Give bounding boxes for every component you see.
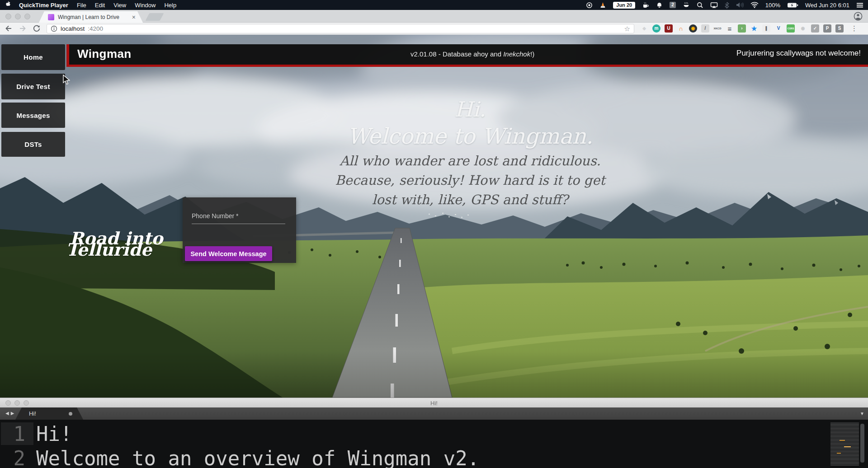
code-line: 1Hi! — [0, 422, 72, 446]
speed-gauge-icon[interactable]: ◉ — [689, 24, 697, 33]
photo-caption: Road into Telluride — [66, 233, 163, 255]
send-welcome-message-button[interactable]: Send Welcome Message — [185, 246, 272, 261]
reload-icon[interactable] — [33, 24, 41, 33]
vlc-cone-icon[interactable] — [599, 2, 606, 9]
menu-edit[interactable]: Edit — [95, 2, 105, 9]
layers-icon[interactable]: ≡ — [726, 24, 734, 33]
cors-icon[interactable]: CORS — [787, 24, 795, 33]
bookmark-star-icon[interactable]: ☆ — [624, 25, 630, 32]
url-bar[interactable]: localhost :4200 ☆ — [47, 24, 634, 33]
shield-dim-icon[interactable]: ◆ — [640, 24, 648, 33]
green-app-icon[interactable]: › — [738, 24, 746, 33]
ublock-shield-icon[interactable]: U — [665, 24, 673, 33]
phone-number-placeholder: Phone Number * — [192, 212, 239, 220]
browser-menu-icon[interactable]: ⋮ — [851, 24, 858, 33]
person-dim-icon[interactable]: ◉ — [799, 24, 807, 33]
hero-background-image — [0, 35, 868, 398]
tab-overflow-caret-icon[interactable]: ▼ — [860, 411, 864, 416]
sidebar-item-messages[interactable]: Messages — [1, 103, 65, 128]
line-text: Hi! — [36, 422, 72, 445]
tab-scroll-arrows-icon[interactable]: ◀▶ — [5, 411, 16, 416]
url-port: :4200 — [88, 25, 103, 32]
sidebar-item-home[interactable]: Home — [1, 44, 65, 70]
page-info-icon[interactable] — [51, 25, 57, 32]
phone-number-input[interactable]: Phone Number * — [192, 211, 285, 224]
battery-percent: 100% — [765, 2, 780, 9]
version-italic: Inekchok — [503, 50, 530, 58]
window-controls — [5, 14, 30, 19]
v-icon[interactable]: V — [774, 24, 783, 33]
menu-help[interactable]: Help — [164, 2, 176, 9]
steaming-bowl-icon[interactable] — [683, 2, 690, 9]
back-icon[interactable] — [5, 24, 13, 33]
mouse-cursor — [62, 75, 72, 85]
editor-code-area[interactable]: 1Hi! 2Welcome to an overview of Wingman … — [0, 420, 868, 468]
hero-sub2: Because, seriously! How hard is it to ge… — [280, 171, 660, 190]
photo-caption-line2: Telluride — [66, 244, 163, 255]
hero-text: Hi. Welcome to Wingman. All who wander a… — [280, 97, 660, 210]
volume-icon[interactable] — [736, 2, 744, 8]
coffee-cup-icon[interactable] — [642, 2, 649, 9]
forward-icon[interactable] — [19, 24, 27, 33]
browser-tab[interactable]: Wingman | Learn to Drive × — [39, 11, 143, 23]
notification-center-icon[interactable] — [856, 2, 863, 8]
barcode-icon[interactable]: ∥ — [762, 24, 770, 33]
s-square-icon[interactable]: S — [835, 24, 844, 33]
sidebar-item-dsts[interactable]: DSTs — [1, 132, 65, 157]
sidebar-item-drive-test[interactable]: Drive Test — [1, 74, 65, 99]
editor-tab[interactable]: Hi! — [15, 407, 83, 420]
wifi-icon[interactable] — [750, 2, 759, 8]
menubar-clock[interactable]: Wed Jun 20 6:01 — [805, 2, 849, 9]
mailvelope-icon[interactable]: m — [652, 24, 660, 33]
hero-line2: Welcome to Wingman. — [280, 123, 660, 149]
hero-sub3: lost with, like, GPS and stuff? — [280, 190, 660, 210]
tab-favicon-icon — [48, 14, 54, 20]
app-version-text: v2.01.08 - Database ahoy and Inekchok!) — [410, 50, 534, 58]
browser-profile-icon[interactable] — [854, 12, 863, 23]
welcome-message-card: Phone Number * Send Welcome Message — [183, 197, 296, 263]
extensions-row: ◆mU∩◉/XKCD≡›★∥VCORS◉✓PS — [640, 24, 844, 33]
editor-window-title: Hi! — [0, 400, 868, 407]
minimize-window-button[interactable] — [15, 14, 21, 19]
tab-close-icon[interactable]: × — [132, 14, 136, 20]
battery-icon[interactable] — [787, 2, 798, 8]
line-number: 1 — [0, 422, 25, 446]
xkcd-icon[interactable]: XKCD — [713, 24, 722, 33]
airplay-icon[interactable] — [710, 2, 718, 9]
menu-view[interactable]: View — [113, 2, 126, 9]
eyedropper-icon[interactable]: / — [701, 24, 709, 33]
editor-titlebar: Hi! — [0, 398, 868, 407]
browser-tabstrip: Wingman | Learn to Drive × — [0, 10, 868, 23]
editor-window: Hi! ◀▶ Hi! ▼ 1Hi! 2Welcome to an overvie… — [0, 398, 868, 468]
swift-arc-icon[interactable]: ∩ — [677, 24, 685, 33]
notification-count-badge[interactable]: 2 — [670, 2, 676, 8]
app-header: Wingman v2.01.08 - Database ahoy and Ine… — [66, 44, 868, 67]
date-badge[interactable]: Jun 20 — [613, 2, 635, 9]
line-number: 2 — [0, 447, 25, 468]
menu-file[interactable]: File — [77, 2, 86, 9]
blue-star-icon[interactable]: ★ — [750, 24, 758, 33]
screen: QuickTime Player File Edit View Window H… — [0, 0, 868, 468]
url-host: localhost — [61, 25, 85, 32]
menubar-status-icons: Jun 20 2 — [586, 2, 863, 9]
zoom-window-button[interactable] — [24, 14, 30, 19]
menu-window[interactable]: Window — [135, 2, 156, 9]
close-window-button[interactable] — [5, 14, 11, 19]
new-tab-button[interactable] — [145, 13, 164, 21]
apple-menu-icon[interactable] — [5, 1, 10, 9]
editor-scrollbar[interactable] — [860, 424, 864, 463]
header-right-note: Purjurering scallywags not welcome! — [736, 49, 861, 58]
app-brand: Wingman — [77, 47, 132, 61]
hero-sub1: All who wander are lost and ridiculous. — [280, 151, 660, 171]
spotlight-search-icon[interactable] — [697, 2, 703, 9]
menubar-app-name[interactable]: QuickTime Player — [19, 2, 68, 9]
version-prefix: v2.01.08 - Database ahoy and — [410, 50, 503, 58]
browser-toolbar: localhost :4200 ☆ ◆mU∩◉/XKCD≡›★∥VCORS◉✓P… — [0, 23, 868, 35]
editor-minimap[interactable] — [830, 423, 859, 466]
check-square-icon[interactable]: ✓ — [811, 24, 819, 33]
tab-title: Wingman | Learn to Drive — [58, 14, 128, 20]
screen-record-icon[interactable] — [586, 2, 593, 9]
bell-icon[interactable] — [656, 2, 663, 9]
bluetooth-icon[interactable] — [725, 2, 729, 9]
p-square-icon[interactable]: P — [823, 24, 831, 33]
